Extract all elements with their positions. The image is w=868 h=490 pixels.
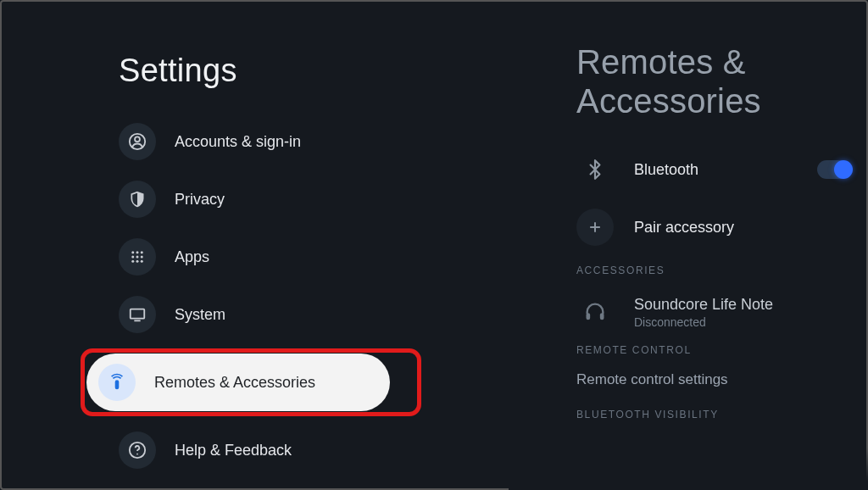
- bluetooth-label: Bluetooth: [634, 161, 698, 179]
- section-bt-visibility: BLUETOOTH VISIBILITY: [576, 409, 851, 420]
- accessory-status: Disconnected: [634, 315, 851, 329]
- svg-rect-13: [115, 380, 120, 389]
- svg-rect-18: [587, 313, 591, 320]
- sidebar-item-remotes[interactable]: Remotes & Accessories: [86, 354, 509, 411]
- sidebar-item-system[interactable]: System: [119, 296, 509, 333]
- settings-nav: Accounts & sign-in Privacy Apps System: [119, 123, 509, 469]
- svg-point-6: [136, 256, 139, 259]
- account-icon: [119, 123, 156, 160]
- headphones-icon: [576, 293, 614, 331]
- section-remote-control: REMOTE CONTROL: [576, 344, 851, 356]
- sidebar-item-label: Accounts & sign-in: [175, 133, 301, 151]
- sidebar-item-help[interactable]: Help & Feedback: [119, 432, 509, 469]
- page-title: Settings: [119, 53, 509, 89]
- accessory-name: Soundcore Life Note: [634, 296, 851, 314]
- help-icon: [119, 432, 156, 469]
- svg-point-4: [141, 251, 143, 253]
- svg-point-3: [136, 251, 139, 253]
- pair-accessory-row[interactable]: Pair accessory: [576, 207, 851, 248]
- settings-sidebar: Settings Accounts & sign-in Privacy Apps: [0, 0, 509, 490]
- svg-point-10: [141, 260, 143, 263]
- svg-point-2: [131, 251, 134, 253]
- sidebar-item-label: Privacy: [175, 191, 225, 209]
- accessory-row[interactable]: Soundcore Life Note Disconnected: [576, 292, 851, 332]
- pair-label: Pair accessory: [634, 219, 734, 237]
- svg-point-9: [136, 260, 139, 263]
- sidebar-item-label: System: [175, 306, 225, 324]
- svg-point-1: [135, 136, 140, 142]
- detail-title: Remotes & Accessories: [576, 42, 851, 120]
- detail-panel: Remotes & Accessories Bluetooth Pair acc…: [509, 0, 868, 490]
- plus-icon: [576, 209, 614, 246]
- apps-grid-icon: [119, 238, 156, 276]
- fade-overlay: [509, 448, 868, 490]
- sidebar-item-accounts[interactable]: Accounts & sign-in: [119, 123, 509, 160]
- tv-icon: [119, 296, 156, 333]
- bluetooth-icon: [576, 151, 614, 188]
- sidebar-item-label: Help & Feedback: [175, 442, 292, 459]
- sidebar-item-label: Apps: [175, 248, 209, 266]
- bluetooth-toggle[interactable]: [817, 160, 851, 179]
- svg-rect-19: [600, 313, 604, 320]
- shield-icon: [119, 181, 156, 218]
- remote-control-settings[interactable]: Remote control settings: [576, 371, 851, 388]
- sidebar-item-label: Remotes & Accessories: [154, 374, 315, 392]
- svg-point-15: [136, 454, 138, 455]
- svg-rect-11: [131, 309, 145, 319]
- sidebar-item-apps[interactable]: Apps: [119, 238, 509, 276]
- section-accessories: ACCESSORIES: [576, 264, 851, 276]
- bluetooth-row[interactable]: Bluetooth: [576, 149, 851, 190]
- sidebar-item-privacy[interactable]: Privacy: [119, 181, 509, 218]
- svg-point-5: [131, 256, 134, 259]
- svg-point-8: [131, 260, 134, 263]
- svg-point-7: [141, 256, 143, 259]
- remote-icon: [98, 364, 136, 401]
